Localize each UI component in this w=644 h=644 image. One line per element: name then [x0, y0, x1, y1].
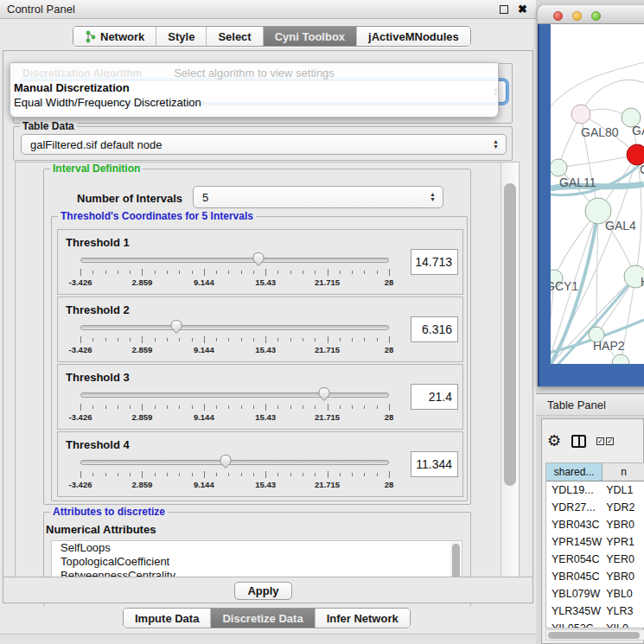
slider-track[interactable] — [80, 460, 389, 465]
minimize-traffic-light[interactable] — [572, 11, 582, 21]
node-label: H — [641, 275, 644, 289]
table-row[interactable]: YDL19...YDL1 — [546, 481, 644, 499]
close-traffic-light[interactable] — [553, 11, 563, 21]
cell-shared-name[interactable]: YIL052C — [546, 620, 603, 628]
cell-name[interactable]: YER0 — [603, 551, 644, 568]
cell-shared-name[interactable]: YDL19... — [546, 481, 603, 499]
num-intervals-combobox[interactable]: 5 ▲▼ — [193, 186, 443, 208]
gear-icon[interactable]: ⚙ — [547, 433, 561, 449]
cell-name[interactable]: YBL0 — [603, 585, 644, 603]
cell-shared-name[interactable]: YDR27... — [546, 499, 603, 516]
table-row[interactable]: YPR145WYPR1 — [546, 533, 644, 551]
node[interactable] — [551, 159, 567, 176]
column-header-name[interactable]: n — [603, 463, 644, 481]
cell-name[interactable]: YBR0 — [603, 516, 644, 533]
threshold-value-field[interactable]: 14.713 — [411, 249, 458, 275]
cell-name[interactable]: YDL1 — [603, 481, 644, 499]
network-graph: GAL80GAGAL11CGAL4GCY1HHAP2 — [551, 24, 644, 364]
float-window-icon[interactable] — [500, 5, 508, 14]
tab-impute-data[interactable]: Impute Data — [124, 609, 211, 628]
tab-select[interactable]: Select — [207, 27, 263, 46]
table-data-combobox[interactable]: galFiltered.sif default node ▲▼ — [21, 134, 507, 155]
cell-name[interactable]: YDR2 — [603, 499, 644, 516]
tab-infer-network[interactable]: Infer Network — [316, 609, 410, 628]
table-row[interactable]: YDR27...YDR2 — [546, 499, 644, 516]
bottom-tab-bar: Impute DataDiscretize DataInfer Network — [123, 608, 411, 628]
cell-shared-name[interactable]: YPR145W — [546, 533, 603, 551]
table-row[interactable]: YER054CYER0 — [546, 551, 644, 568]
thresholds-group: Threshold's Coordinates for 5 Intervals … — [51, 216, 468, 501]
cell-shared-name[interactable]: YBR045C — [546, 568, 603, 585]
num-intervals-label: Number of Intervals — [77, 192, 182, 205]
threshold-slider[interactable]: -3.4262.8599.14415.4321.71528 — [80, 389, 389, 424]
cell-shared-name[interactable]: YBR043C — [546, 516, 603, 533]
table-row[interactable]: YBL079WYBL0 — [546, 585, 644, 603]
cell-name[interactable]: YPR1 — [603, 533, 644, 551]
zoom-traffic-light[interactable] — [591, 11, 601, 21]
dropdown-option[interactable]: Equal Width/Frequency Discretization — [12, 95, 496, 110]
cell-name[interactable]: YIL0 — [603, 620, 644, 628]
num-intervals-value: 5 — [202, 191, 208, 204]
apply-bar: Apply — [3, 577, 532, 603]
split-columns-icon[interactable] — [571, 435, 586, 448]
threshold-value-field[interactable]: 6.316 — [411, 316, 458, 342]
network-window-titlebar — [538, 5, 644, 24]
node[interactable] — [571, 105, 590, 124]
tab-label: Infer Network — [327, 612, 399, 625]
cell-shared-name[interactable]: YBL079W — [546, 585, 603, 603]
cell-shared-name[interactable]: YER054C — [546, 551, 603, 568]
threshold-slider[interactable]: -3.4262.8599.14415.4321.71528 — [80, 322, 389, 356]
column-header-shared-name[interactable]: shared... — [546, 463, 603, 481]
threshold-label: Threshold 1 — [66, 236, 130, 249]
table-panel-title: Table Panel — [547, 399, 606, 411]
scrollbar-thumb[interactable] — [452, 544, 460, 580]
slider-ticks — [80, 404, 389, 411]
settings-vertical-scrollbar[interactable] — [501, 163, 519, 577]
table-row[interactable]: YLR345WYLR3 — [546, 603, 644, 620]
tab-label: Select — [218, 30, 251, 43]
threshold-value-field[interactable]: 11.344 — [411, 451, 458, 477]
table-row[interactable]: YIL052CYIL0 — [546, 620, 644, 628]
attribute-item[interactable]: TopologicalCoefficient — [52, 555, 462, 569]
threshold-slider[interactable]: -3.4262.8599.14415.4321.71528 — [80, 456, 389, 491]
tab-discretize-data[interactable]: Discretize Data — [211, 609, 315, 628]
scrollbar-thumb[interactable] — [504, 183, 516, 486]
checkbox-icon: ✓ — [596, 437, 604, 445]
tab-cyni-toolbox[interactable]: Cyni Toolbox — [264, 27, 357, 46]
threshold-panel: Threshold 2-3.4262.8599.14415.4321.71528… — [57, 296, 463, 362]
slider-ticks — [80, 269, 389, 276]
threshold-panel: Threshold 4-3.4262.8599.14415.4321.71528… — [57, 431, 463, 497]
close-window-icon[interactable]: ✖ — [518, 3, 527, 16]
threshold-slider[interactable]: -3.4262.8599.14415.4321.71528 — [80, 254, 389, 289]
node-attribute-table[interactable]: shared... n YDL19...YDL1YDR27...YDR2YBR0… — [545, 462, 644, 628]
threshold-panel: Threshold 1-3.4262.8599.14415.4321.71528… — [57, 229, 463, 295]
cell-shared-name[interactable]: YLR345W — [546, 603, 603, 620]
tab-label: Discretize Data — [222, 612, 303, 625]
slider-track[interactable] — [80, 392, 389, 398]
node-label: GAL4 — [605, 219, 636, 233]
slider-track[interactable] — [80, 258, 389, 263]
apply-button[interactable]: Apply — [234, 582, 292, 600]
right-region: GAL80GAGAL11CGAL4GCY1HHAP2 Table Panel ⚙… — [536, 0, 644, 644]
cell-name[interactable]: YBR0 — [603, 568, 644, 585]
scrollbar-thumb[interactable] — [548, 632, 640, 639]
checkbox-icon: ✓ — [606, 437, 614, 445]
tab-style[interactable]: Style — [156, 27, 207, 46]
tab-network[interactable]: Network — [73, 27, 156, 46]
network-canvas[interactable]: GAL80GAGAL11CGAL4GCY1HHAP2 — [551, 24, 644, 364]
slider-scale-labels: -3.4262.8599.14415.4321.71528 — [80, 277, 389, 288]
table-row[interactable]: YBR043CYBR0 — [546, 516, 644, 533]
dropdown-option[interactable]: Manual Discretization — [12, 80, 496, 95]
threshold-value-field[interactable]: 21.4 — [411, 384, 458, 410]
cell-name[interactable]: YLR3 — [603, 603, 644, 620]
select-columns-icon[interactable]: ✓ ✓ — [596, 437, 614, 445]
attribute-item[interactable]: SelfLoops — [52, 541, 462, 555]
slider-track[interactable] — [80, 325, 389, 330]
group-title: Threshold's Coordinates for 5 Intervals — [58, 210, 256, 222]
table-row[interactable]: YBR045CYBR0 — [546, 568, 644, 585]
threshold-label: Threshold 4 — [66, 438, 130, 451]
table-horizontal-scrollbar[interactable] — [545, 629, 644, 641]
algorithm-dropdown-popup: Select algorithm to view settings Manual… — [10, 62, 499, 118]
network-view-window: GAL80GAGAL11CGAL4GCY1HHAP2 — [538, 5, 644, 386]
tab-jactivemnodules[interactable]: jActiveMNodules — [357, 27, 470, 46]
